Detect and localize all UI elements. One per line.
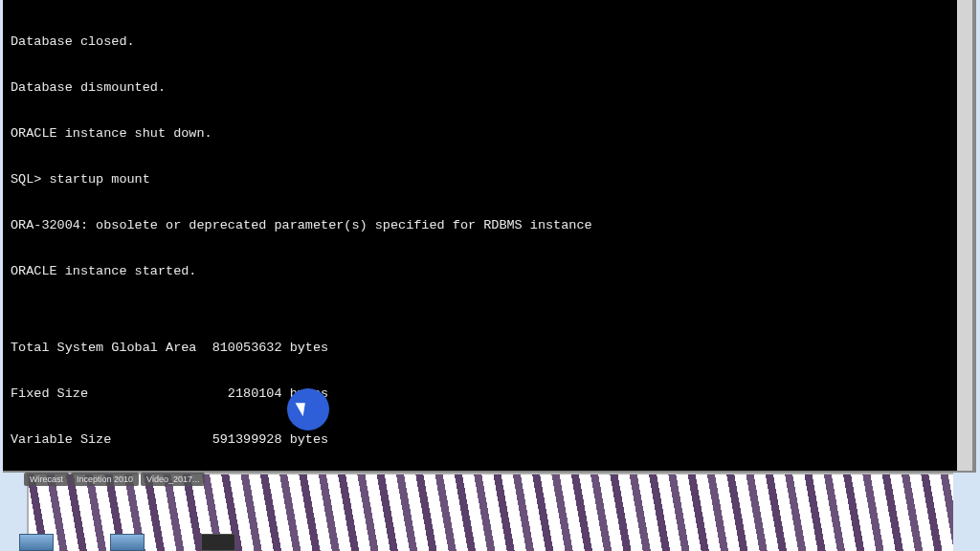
- terminal-content[interactable]: Database closed. Database dismounted. OR…: [3, 0, 972, 473]
- terminal-line: Variable Size 591399928 bytes: [11, 432, 965, 448]
- video-icon: [201, 534, 235, 551]
- terminal-line: Database dismounted.: [11, 80, 965, 96]
- desktop-icon[interactable]: [19, 532, 57, 551]
- terminal-scrollbar[interactable]: [957, 0, 972, 471]
- folder-icon: [19, 534, 54, 551]
- taskbar-item[interactable]: Inception 2010: [71, 473, 139, 486]
- folder-icon: [110, 534, 145, 551]
- terminal-line: ORACLE instance shut down.: [11, 126, 965, 142]
- terminal-line: Fixed Size 2180104 bytes: [11, 386, 965, 402]
- desktop-icons: [19, 532, 239, 551]
- terminal-window[interactable]: Database closed. Database dismounted. OR…: [3, 0, 976, 473]
- terminal-line: ORA-32004: obsolete or deprecated parame…: [11, 218, 965, 233]
- desktop-icon[interactable]: [110, 532, 148, 551]
- desktop-icon[interactable]: [201, 532, 239, 551]
- terminal-line: ORACLE instance started.: [11, 264, 965, 279]
- taskbar-item[interactable]: Wirecast: [24, 473, 69, 486]
- terminal-line: Database closed.: [11, 34, 965, 50]
- terminal-line: SQL> startup mount: [11, 172, 965, 187]
- taskbar: Wirecast Inception 2010 Video_2017...: [24, 473, 205, 486]
- taskbar-item[interactable]: Video_2017...: [141, 473, 205, 486]
- terminal-line: Total System Global Area 810053632 bytes: [11, 341, 965, 356]
